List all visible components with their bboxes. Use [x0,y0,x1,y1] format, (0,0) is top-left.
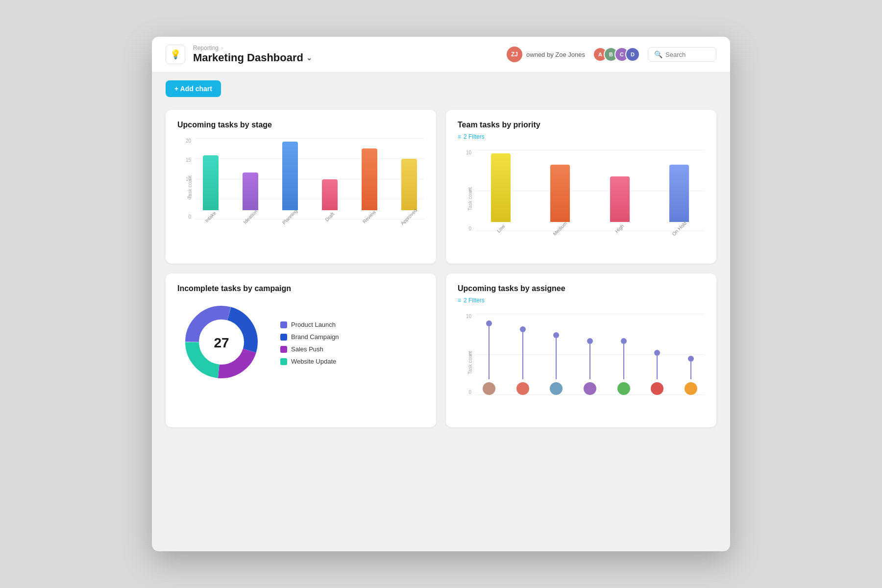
team-avatar-group: A B C D [593,47,640,62]
donut-area: 27 Product Launch Brand Campaign Sales P… [177,298,424,388]
lollipop-stick [690,362,691,379]
lollipop-stick [556,338,557,379]
lollipop-stick [522,332,523,379]
avatar [685,382,697,395]
bar-label: Intake [204,210,217,223]
donut-chart: 27 [177,298,266,388]
bar-group: Review [354,148,385,220]
chart-title: Team tasks by priority [458,121,705,129]
lollipop-group [475,320,503,395]
lollipop-dot [654,350,660,356]
bar-label: High [614,223,625,234]
bar [401,159,417,210]
lollipop-dot [486,320,492,326]
bar-label: Draft [324,211,335,222]
donut-center-value: 27 [214,335,229,351]
chart-title: Incomplete tasks by campaign [177,284,424,293]
legend-item: Sales Push [280,345,339,353]
bar-group: Intake [195,155,226,220]
lollipop-group [509,326,537,395]
avatar [617,382,630,395]
lollipop-dot [587,338,593,344]
bar-group: Approved [393,159,424,220]
lollipop-dot [553,332,559,338]
bar-group: Planning [274,142,305,220]
lollipop-dot [688,356,694,362]
page-title: Marketing Dashboard ⌄ [193,51,312,64]
lollipop-group [576,338,604,395]
avatar: D [625,47,640,62]
legend-item: Brand Campaign [280,333,339,341]
title-group: Reporting > Marketing Dashboard ⌄ [193,45,312,64]
lollipop-container [475,314,705,395]
bar [550,165,570,222]
avatar [550,382,563,395]
bar-label: Planning [281,208,298,225]
bar [243,172,258,210]
breadcrumb-sep: > [220,46,223,51]
search-input[interactable] [665,51,714,58]
breadcrumb: Reporting > [193,45,312,51]
lollipop-group [610,338,637,395]
avatar [651,382,663,395]
upcoming-tasks-chart: Upcoming tasks by stage Task count 20 15… [166,110,436,264]
y-axis-labels: 20 15 10 5 0 [177,138,191,220]
legend-item: Website Update [280,358,339,365]
bar-group: Ideation [235,172,266,220]
bar [282,142,298,210]
lollipop-stick [657,356,658,379]
app-window: 💡 Reporting > Marketing Dashboard ⌄ ZJ o… [152,37,730,551]
owner-label: owned by Zoe Jones [526,51,585,58]
lollipop-stick [589,344,590,379]
bar-group: Draft [314,179,345,220]
lollipop-stick [623,344,624,379]
bar-label: Ideation [242,209,258,225]
legend: Product Launch Brand Campaign Sales Push… [280,321,339,365]
toolbar: + Add chart [152,73,730,105]
legend-color [280,346,287,353]
add-chart-button[interactable]: + Add chart [166,80,221,97]
bar [322,179,338,210]
lollipop-group [643,350,671,395]
filter-icon: ≡ [458,133,461,140]
lollipop-dot [621,338,627,344]
lollipop-stick [489,326,490,379]
lollipop-dot [520,326,526,332]
owner-avatar: ZJ [507,47,522,62]
bar-label: Medium [552,220,568,237]
avatar [584,382,596,395]
y-axis-labels: 10 5 0 [458,150,471,231]
lollipop-group [677,356,705,395]
legend-color [280,358,287,365]
owner-info: ZJ owned by Zoe Jones [507,47,585,62]
avatar [516,382,529,395]
filter-icon: ≡ [458,297,461,304]
assignee-tasks-chart: Upcoming tasks by assignee ≡ 2 Filters T… [446,273,716,427]
bars-container: LowMediumHighOn Hold [475,150,705,231]
header: 💡 Reporting > Marketing Dashboard ⌄ ZJ o… [152,37,730,73]
bar-label: Low [495,223,506,234]
header-right: ZJ owned by Zoe Jones A B C D 🔍 [507,47,716,62]
lollipop-chart: Task count 10 5 0 [458,309,705,416]
incomplete-tasks-chart: Incomplete tasks by campaign 27 [166,273,436,427]
bar-group: Low [475,153,526,231]
bar-group: On Hold [654,165,705,231]
bar [203,155,219,210]
team-tasks-chart: Team tasks by priority ≡ 2 Filters Task … [446,110,716,264]
legend-color [280,321,287,328]
legend-item: Product Launch [280,321,339,328]
bar-label: Approved [399,207,418,226]
bar-group: High [594,176,645,231]
filter-badge[interactable]: ≡ 2 Filters [458,297,705,304]
search-box[interactable]: 🔍 [648,47,716,62]
search-icon: 🔍 [654,50,662,58]
bar [610,176,630,222]
bar-label: Review [362,209,377,224]
chevron-down-icon[interactable]: ⌄ [306,54,312,62]
filter-badge[interactable]: ≡ 2 Filters [458,133,705,140]
charts-grid: Upcoming tasks by stage Task count 20 15… [152,105,730,441]
bar [491,153,511,222]
bar-group: Medium [535,165,586,231]
avatar [483,382,495,395]
lollipop-group [542,332,570,395]
